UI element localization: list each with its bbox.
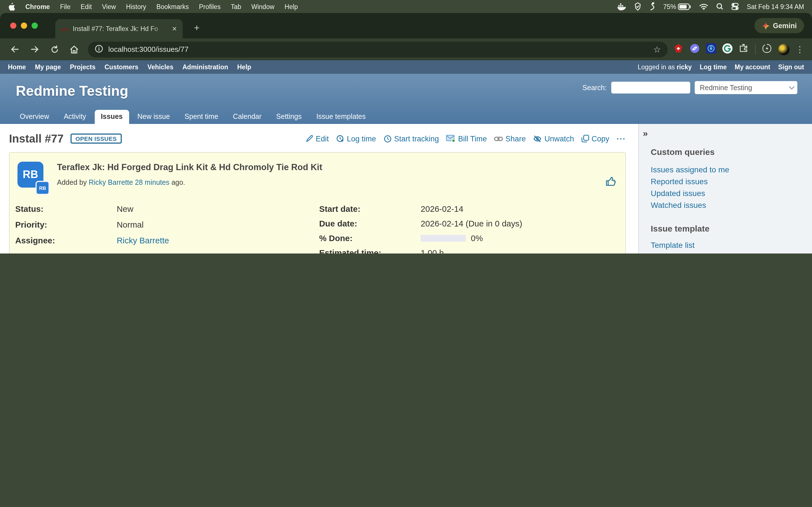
new-tab-button[interactable]: + [191, 22, 203, 34]
minimize-window-button[interactable] [21, 22, 27, 29]
unwatch-button[interactable]: Unwatch [533, 134, 574, 143]
battery-indicator[interactable]: 75% [663, 3, 691, 10]
chrome-menu-icon[interactable]: ⋮ [796, 44, 804, 54]
assignee-link[interactable]: Ricky Barrette [117, 236, 169, 245]
bookmark-star-icon[interactable]: ☆ [653, 44, 661, 54]
battery-saver-icon[interactable] [762, 43, 772, 55]
attr-value-start-date: 2026-02-14 [421, 202, 617, 216]
menubar-item-history[interactable]: History [126, 3, 146, 10]
topmenu-my-account[interactable]: My account [734, 64, 770, 70]
gemini-sparkle-icon [762, 22, 769, 30]
close-window-button[interactable] [10, 22, 16, 29]
gemini-button[interactable]: Gemini [754, 18, 804, 33]
address-bar[interactable]: localhost:3000/issues/77 ☆ [88, 41, 668, 57]
attr-label: % Done: [319, 231, 421, 245]
topmenu-sign-out[interactable]: Sign out [778, 64, 804, 70]
open-issues-badge[interactable]: OPEN ISSUES [70, 133, 122, 144]
attr-value-priority: Normal [117, 217, 319, 233]
extension-purple-icon[interactable] [690, 43, 700, 55]
sidebar-link-updated-issues[interactable]: Updated issues [651, 187, 799, 200]
control-center-icon[interactable] [732, 3, 739, 10]
macos-menubar: Chrome File Edit View History Bookmarks … [0, 0, 812, 13]
extensions-puzzle-icon[interactable] [739, 43, 749, 55]
battery-percent: 75% [663, 3, 676, 10]
sidebar-link-issues-assigned[interactable]: Issues assigned to me [651, 164, 799, 176]
toolbar-divider [755, 44, 756, 54]
sidebar-collapse-icon[interactable]: » [643, 128, 648, 138]
menubar-item-file[interactable]: File [60, 3, 70, 10]
topmenu-my-page[interactable]: My page [35, 64, 61, 70]
tab-new-issue[interactable]: New issue [131, 110, 176, 124]
edit-button[interactable]: Edit [306, 134, 329, 143]
project-title: Redmine Testing [16, 83, 128, 99]
added-when-link[interactable]: 28 minutes [135, 179, 169, 186]
menubar-item-view[interactable]: View [102, 3, 116, 10]
extension-red-icon[interactable] [673, 43, 683, 55]
menubar-clock[interactable]: Sat Feb 14 9:34 AM [747, 3, 804, 10]
author-link[interactable]: Ricky Barrette [89, 179, 133, 186]
copy-button[interactable]: Copy [581, 134, 609, 143]
bill-time-button[interactable]: Bill Time [446, 134, 487, 143]
chevron-down-icon [788, 86, 795, 90]
attr-label: Priority: [15, 217, 117, 233]
spotlight-search-icon[interactable] [716, 3, 724, 10]
add-template-link[interactable]: Add template [651, 251, 799, 253]
tab-close-icon[interactable]: ✕ [172, 25, 177, 33]
tab-issues[interactable]: Issues [94, 110, 129, 124]
menubar-item-profiles[interactable]: Profiles [199, 3, 221, 10]
menubar-item-chrome[interactable]: Chrome [26, 3, 50, 10]
tab-overview[interactable]: Overview [13, 110, 55, 124]
topmenu-help[interactable]: Help [237, 64, 251, 70]
project-select[interactable]: Redmine Testing [695, 81, 797, 94]
template-list-link[interactable]: Template list [651, 240, 799, 251]
topmenu-administration[interactable]: Administration [183, 64, 228, 70]
topmenu-log-time[interactable]: Log time [700, 64, 727, 70]
zoom-window-button[interactable] [32, 22, 38, 29]
docker-icon[interactable] [617, 3, 626, 10]
topmenu-home[interactable]: Home [8, 64, 26, 70]
back-icon[interactable] [6, 41, 24, 58]
issue-main: Install #77 OPEN ISSUES Edit Log time [0, 124, 638, 253]
menubar-item-edit[interactable]: Edit [81, 3, 92, 10]
menubar-item-bookmarks[interactable]: Bookmarks [156, 3, 189, 10]
profile-avatar[interactable] [778, 44, 790, 55]
home-icon[interactable] [65, 41, 84, 58]
browser-tab[interactable]: Install #77: Teraflex Jk: Hd Fo ✕ [55, 19, 183, 38]
forward-icon[interactable] [26, 41, 44, 58]
menubar-item-help[interactable]: Help [285, 3, 298, 10]
menubar-item-window[interactable]: Window [252, 3, 274, 10]
extension-lock-icon[interactable] [706, 43, 716, 55]
attr-label: Estimated time: [319, 245, 421, 253]
tab-issue-templates[interactable]: Issue templates [310, 110, 372, 124]
redmine-top-menu: Home My page Projects Customers Vehicles… [0, 60, 812, 74]
tab-spent-time[interactable]: Spent time [179, 110, 225, 124]
tab-activity[interactable]: Activity [57, 110, 92, 124]
log-time-button[interactable]: Log time [336, 134, 376, 143]
tab-calendar[interactable]: Calendar [227, 110, 267, 124]
site-info-icon[interactable] [95, 44, 103, 54]
url-text: localhost:3000/issues/77 [108, 45, 189, 54]
sidebar-link-reported-issues[interactable]: Reported issues [651, 176, 799, 187]
issue-actions-top: Edit Log time Start tracking Bill Time [306, 134, 626, 143]
sidebar-link-watched-issues[interactable]: Watched issues [651, 200, 799, 211]
topmenu-vehicles[interactable]: Vehicles [147, 64, 173, 70]
search-input[interactable] [611, 82, 690, 94]
apple-icon[interactable] [8, 2, 15, 11]
topmenu-projects[interactable]: Projects [70, 64, 96, 70]
tab-settings[interactable]: Settings [270, 110, 308, 124]
menubar-item-tab[interactable]: Tab [231, 3, 241, 10]
shield-icon[interactable] [634, 2, 642, 11]
reload-icon[interactable] [45, 41, 64, 58]
avatar-badge: RB [36, 181, 50, 195]
snake-icon[interactable] [650, 2, 655, 11]
start-tracking-button[interactable]: Start tracking [384, 134, 439, 143]
more-actions-button[interactable]: ··· [617, 134, 626, 143]
attr-value-due-date: 2026-02-14 (Due in 0 days) [421, 216, 617, 231]
share-button[interactable]: Share [494, 134, 526, 143]
grammarly-icon[interactable] [722, 43, 732, 55]
thumbs-up-icon[interactable] [606, 176, 616, 189]
wifi-icon[interactable] [700, 3, 709, 10]
topmenu-customers[interactable]: Customers [105, 64, 139, 70]
search-label: Search: [582, 83, 607, 92]
issue-added-by: Added by Ricky Barrette 28 minutes ago. [57, 179, 617, 186]
